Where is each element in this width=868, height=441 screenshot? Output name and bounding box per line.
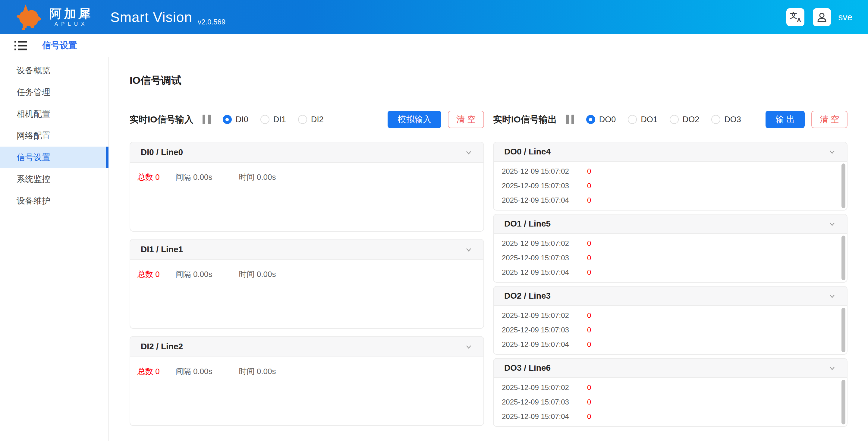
simulate-input-button[interactable]: 模拟输入 xyxy=(388,111,441,128)
di1-panel-header[interactable]: DI1 / Line1 xyxy=(130,239,484,260)
log-row: 2025-12-09 15:07:02 0 xyxy=(494,380,847,395)
sidebar-item-task-management[interactable]: 任务管理 xyxy=(0,82,108,103)
input-controls: 实时IO信号输入 DI0 DI1 DI2 模拟输入 清 空 xyxy=(130,110,484,128)
sidebar-item-device-maintenance[interactable]: 设备维护 xyxy=(0,190,108,212)
di1-panel: DI1 / Line1 总数 0 间隔 0.00s 时间 0.00s xyxy=(130,239,484,329)
radio-di1[interactable]: DI1 xyxy=(260,115,286,124)
do3-panel-body: 2025-12-09 15:07:02 0 2025-12-09 15:07:0… xyxy=(494,378,847,426)
do1-panel-header[interactable]: DO1 / Line5 xyxy=(494,214,847,234)
log-row: 2025-12-09 15:07:02 0 xyxy=(494,236,847,251)
do3-panel-header[interactable]: DO3 / Line6 xyxy=(494,359,847,378)
log-row: 2025-12-09 15:07:04 0 xyxy=(494,265,847,280)
brand-name-cn: 阿加犀 xyxy=(50,7,93,20)
radio-circle-do3[interactable] xyxy=(711,115,720,124)
log-row: 2025-12-09 15:07:02 0 xyxy=(494,308,847,323)
aplux-logo-icon xyxy=(15,4,43,30)
do0-panel-header[interactable]: DO0 / Line4 xyxy=(494,142,847,162)
sidebar: 设备概览 任务管理 相机配置 网络配置 信号设置 系统监控 设备维护 xyxy=(0,57,108,441)
log-row: 2025-12-09 15:07:04 0 xyxy=(494,409,847,424)
do1-panel-body: 2025-12-09 15:07:02 0 2025-12-09 15:07:0… xyxy=(494,234,847,282)
total-stat: 总数 0 xyxy=(137,269,160,280)
clear-input-button[interactable]: 清 空 xyxy=(448,111,484,128)
total-stat: 总数 0 xyxy=(137,366,160,377)
radio-do3[interactable]: DO3 xyxy=(711,115,741,124)
log-row: 2025-12-09 15:07:03 0 xyxy=(494,251,847,265)
chevron-down-icon[interactable] xyxy=(828,364,836,372)
radio-di2[interactable]: DI2 xyxy=(298,115,324,124)
log-row: 2025-12-09 15:07:02 0 xyxy=(494,164,847,179)
chevron-down-icon[interactable] xyxy=(464,148,473,156)
radio-circle-di2[interactable] xyxy=(298,115,307,124)
sidebar-item-device-overview[interactable]: 设备概览 xyxy=(0,60,108,82)
time-stat: 时间 0.00s xyxy=(239,366,276,377)
do0-panel-body: 2025-12-09 15:07:02 0 2025-12-09 15:07:0… xyxy=(494,162,847,210)
clear-output-button[interactable]: 清 空 xyxy=(811,111,847,128)
output-controls: 实时IO信号输出 DO0 DO1 DO2 DO3 xyxy=(493,110,847,128)
pause-input-icon[interactable] xyxy=(203,115,211,124)
di0-panel-body: 总数 0 间隔 0.00s 时间 0.00s xyxy=(130,163,484,182)
radio-circle-do2[interactable] xyxy=(670,115,679,124)
app-header: 阿加犀 APLUX Smart Vision v2.0.569 文A sve xyxy=(0,0,868,34)
menu-collapse-icon[interactable] xyxy=(14,40,27,51)
output-section-label: 实时IO信号输出 xyxy=(493,113,557,126)
do-panels-column: DO0 / Line4 2025-12-09 15:07:02 0 2025-1… xyxy=(493,142,847,427)
username-label: sve xyxy=(838,12,852,22)
radio-di0[interactable]: DI0 xyxy=(223,115,248,124)
input-section-label: 实时IO信号输入 xyxy=(130,113,193,126)
main-content: IO信号调试 实时IO信号输入 DI0 DI1 DI2 xyxy=(108,57,868,441)
sidebar-item-signal-settings[interactable]: 信号设置 xyxy=(0,147,108,168)
radio-do2[interactable]: DO2 xyxy=(670,115,700,124)
interval-stat: 间隔 0.00s xyxy=(176,269,213,280)
do1-panel: DO1 / Line5 2025-12-09 15:07:02 0 2025-1… xyxy=(493,214,847,283)
brand-block: 阿加犀 APLUX xyxy=(50,7,93,27)
translate-icon: 文A xyxy=(790,12,801,23)
di1-panel-body: 总数 0 间隔 0.00s 时间 0.00s xyxy=(130,260,484,280)
log-row: 2025-12-09 15:07:03 0 xyxy=(494,179,847,193)
chevron-down-icon[interactable] xyxy=(464,342,473,351)
sidebar-item-system-monitor[interactable]: 系统监控 xyxy=(0,168,108,190)
radio-do0[interactable]: DO0 xyxy=(586,115,616,124)
scrollbar-thumb[interactable] xyxy=(841,164,845,208)
time-stat: 时间 0.00s xyxy=(239,269,276,280)
log-row: 2025-12-09 15:07:04 0 xyxy=(494,337,847,352)
do3-panel: DO3 / Line6 2025-12-09 15:07:02 0 2025-1… xyxy=(493,358,847,427)
chevron-down-icon[interactable] xyxy=(828,219,836,228)
log-row: 2025-12-09 15:07:03 0 xyxy=(494,395,847,409)
brand-name-en: APLUX xyxy=(50,21,93,27)
radio-circle-do1[interactable] xyxy=(628,115,637,124)
di0-panel-header[interactable]: DI0 / Line0 xyxy=(130,142,484,163)
language-switch-button[interactable]: 文A xyxy=(786,8,804,26)
radio-circle-di1[interactable] xyxy=(260,115,270,124)
di-panels-column: DI0 / Line0 总数 0 间隔 0.00s 时间 0.00s xyxy=(130,142,484,426)
do2-panel-header[interactable]: DO2 / Line3 xyxy=(494,287,847,306)
sidebar-item-network-config[interactable]: 网络配置 xyxy=(0,125,108,147)
app-version: v2.0.569 xyxy=(198,18,225,26)
scrollbar-thumb[interactable] xyxy=(841,380,845,424)
di2-panel-header[interactable]: DI2 / Line2 xyxy=(130,336,484,357)
chevron-down-icon[interactable] xyxy=(828,292,836,300)
sidebar-item-camera-config[interactable]: 相机配置 xyxy=(0,103,108,125)
title-divider xyxy=(130,101,847,101)
pause-output-icon[interactable] xyxy=(566,115,574,124)
log-row: 2025-12-09 15:07:03 0 xyxy=(494,323,847,337)
do2-panel-body: 2025-12-09 15:07:02 0 2025-12-09 15:07:0… xyxy=(494,306,847,354)
chevron-down-icon[interactable] xyxy=(828,147,836,156)
output-button[interactable]: 输 出 xyxy=(766,111,805,128)
chevron-down-icon[interactable] xyxy=(464,245,473,254)
di2-panel-body: 总数 0 间隔 0.00s 时间 0.00s xyxy=(130,357,484,377)
breadcrumb: 信号设置 xyxy=(42,39,77,52)
di2-panel: DI2 / Line2 总数 0 间隔 0.00s 时间 0.00s xyxy=(130,336,484,426)
di0-panel: DI0 / Line0 总数 0 间隔 0.00s 时间 0.00s xyxy=(130,142,484,232)
app-title: Smart Vision xyxy=(110,9,192,25)
radio-circle-do0[interactable] xyxy=(586,115,595,124)
log-row: 2025-12-09 15:07:04 0 xyxy=(494,193,847,208)
scrollbar-thumb[interactable] xyxy=(841,236,845,280)
user-icon xyxy=(816,12,827,23)
page-title: IO信号调试 xyxy=(130,74,847,87)
radio-do1[interactable]: DO1 xyxy=(628,115,658,124)
radio-circle-di0[interactable] xyxy=(223,115,232,124)
breadcrumb-bar: 信号设置 xyxy=(0,34,868,57)
do2-panel: DO2 / Line3 2025-12-09 15:07:02 0 2025-1… xyxy=(493,286,847,355)
user-account-button[interactable] xyxy=(813,8,831,26)
scrollbar-thumb[interactable] xyxy=(841,308,845,352)
